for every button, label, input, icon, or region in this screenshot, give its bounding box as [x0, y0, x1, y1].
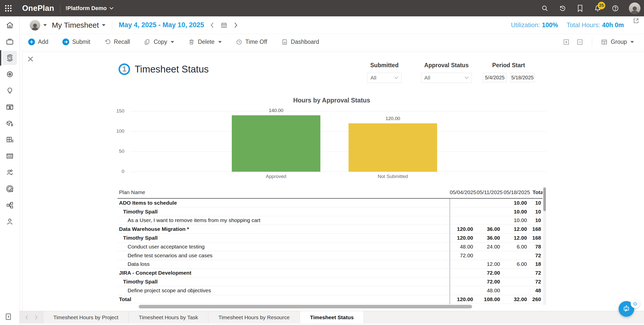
table-row[interactable]: Total120.00108.0032.00260	[118, 295, 543, 304]
tab-timesheet-status[interactable]: Timesheet Status	[300, 311, 364, 323]
person-icon	[6, 218, 14, 226]
sidebar-item-goals[interactable]	[3, 67, 17, 81]
owner-dropdown-caret[interactable]	[43, 24, 47, 26]
table-row[interactable]: Define project scope and objectives48.00…	[118, 286, 543, 295]
timesheet-stats: Utilization:100% Total Hours:40h 0m	[511, 21, 644, 29]
timesheet-toolbar: Add Submit Recall Copy Delete Time Off D…	[20, 34, 644, 50]
sidebar-item-portfolios[interactable]	[3, 34, 17, 49]
period-start-to-input[interactable]	[510, 73, 535, 82]
copy-menu-caret[interactable]	[171, 41, 174, 43]
chart-bar-not-submitted[interactable]	[349, 123, 437, 172]
sidebar-item-people[interactable]	[3, 214, 17, 229]
column-header: 05/18/2025	[504, 189, 531, 195]
bell-icon[interactable]: 25	[594, 4, 602, 12]
tab-scroll-right-icon[interactable]	[34, 315, 38, 320]
table-row[interactable]: Conduct user acceptance testing48.0024.0…	[118, 242, 543, 251]
chart-gridline	[130, 172, 546, 172]
bot-power-button[interactable]	[631, 299, 640, 308]
period-start-from-input[interactable]	[483, 73, 507, 82]
target-icon	[6, 70, 14, 78]
search-icon[interactable]	[541, 4, 549, 12]
sidebar-item-reports[interactable]	[3, 149, 17, 163]
previous-period-button[interactable]	[210, 22, 214, 28]
sidebar-item-timesheets[interactable]	[3, 51, 17, 65]
chart-y-tick: 0	[110, 169, 124, 174]
submit-button[interactable]: Submit	[62, 39, 90, 45]
next-period-button[interactable]	[234, 22, 238, 28]
hours-cell: 10.00	[504, 217, 531, 223]
calendar-icon[interactable]	[220, 21, 228, 29]
group-button[interactable]: Group	[601, 39, 634, 46]
recall-button[interactable]: Recall	[104, 39, 130, 45]
table-row[interactable]: Timothy Spall72.0072	[118, 277, 543, 286]
collapse-panel-toggle[interactable]	[4, 312, 13, 321]
tab-timesheet-hours-by-resource[interactable]: Timesheet Hours by Resource	[208, 311, 300, 323]
chart-bar-approved[interactable]	[232, 115, 320, 172]
panel-title: Timesheet Status	[135, 64, 209, 75]
lightbulb-icon	[6, 87, 14, 95]
sidebar-item-backlog[interactable]	[3, 116, 17, 130]
bookmark-icon[interactable]	[576, 4, 584, 12]
workspace-switcher[interactable]: !Platform Demo	[65, 5, 114, 12]
dashboard-button[interactable]: Dashboard	[281, 39, 319, 45]
sidebar-item-profile-board[interactable]	[3, 100, 17, 114]
column-header: 05/11/2025	[477, 189, 504, 195]
sidebar-item-modeler[interactable]	[3, 133, 17, 147]
table-row[interactable]: Data Warehouse Migration *120.0036.0012.…	[118, 225, 543, 234]
date-range-link[interactable]: May 4, 2025 - May 10, 2025	[119, 21, 204, 29]
tab-timesheet-hours-by-project[interactable]: Timesheet Hours by Project	[43, 311, 129, 323]
view-dropdown-caret[interactable]	[102, 24, 105, 26]
plan-name-cell: Define project scope and objectives	[118, 287, 450, 294]
sidebar-item-org-chart[interactable]	[3, 198, 17, 212]
time-off-button[interactable]: Time Off	[236, 39, 267, 45]
table-row[interactable]: ADO Items to schedule10.0010	[118, 199, 543, 207]
table-row[interactable]: As a User, I want to remove items from m…	[118, 216, 543, 225]
table-row[interactable]: Data loss12.006.0018	[118, 260, 543, 269]
open-in-new-window-icon[interactable]	[633, 17, 639, 24]
chart-category-label: Approved	[246, 174, 306, 179]
table-row[interactable]: Define test scenarios and use cases72.00…	[118, 251, 543, 260]
app-launcher-icon[interactable]	[0, 0, 17, 16]
timesheet-table: Plan Name05/04/202505/11/202505/18/2025T…	[118, 187, 543, 304]
total-cell: 72	[531, 279, 543, 285]
approval-status-filter-label: Approval Status	[424, 62, 469, 69]
table-row[interactable]: JIRA - Concept Development72.0072	[118, 269, 543, 277]
profile-card-icon	[6, 103, 14, 111]
chart-gridline	[130, 152, 546, 152]
timesheet-owner-avatar[interactable]	[30, 20, 40, 30]
expand-all-button[interactable]	[563, 39, 570, 46]
sidebar-item-ideas[interactable]	[3, 84, 17, 98]
approval-status-filter-dropdown[interactable]: All	[421, 73, 472, 83]
total-cell: 10	[531, 217, 543, 223]
sidebar-item-insights[interactable]	[3, 182, 17, 196]
total-cell: 78	[531, 244, 543, 250]
copy-button[interactable]: Copy	[144, 39, 174, 45]
add-button[interactable]: Add	[28, 39, 48, 45]
hours-cell: 36.00	[477, 226, 504, 232]
insights-spiral-icon	[6, 185, 14, 193]
table-header-row: Plan Name05/04/202505/11/202505/18/2025T…	[118, 187, 543, 199]
delete-button[interactable]: Delete	[188, 39, 221, 45]
help-icon[interactable]	[611, 4, 619, 12]
submitted-filter-dropdown[interactable]: All	[367, 73, 402, 83]
delete-menu-caret[interactable]	[218, 41, 222, 43]
tab-scroll-left-icon[interactable]	[25, 315, 28, 320]
hours-cell: 6.00	[504, 244, 531, 250]
close-panel-button[interactable]: ✕	[27, 55, 34, 63]
collapse-all-button[interactable]	[576, 39, 583, 46]
history-icon[interactable]	[558, 4, 566, 12]
sidebar-item-resources[interactable]	[3, 165, 17, 179]
table-vertical-scrollbar[interactable]	[543, 187, 546, 305]
chart-y-tick: 50	[110, 149, 124, 154]
plan-name-cell: Data Warehouse Migration *	[118, 226, 450, 232]
tab-timesheet-hours-by-task[interactable]: Timesheet Hours by Task	[129, 311, 208, 323]
user-avatar[interactable]	[629, 3, 640, 14]
divider	[60, 4, 60, 13]
table-horizontal-scrollbar[interactable]	[139, 305, 472, 308]
table-row[interactable]: Timothy Spall120.0036.0012.00168	[118, 234, 543, 242]
sidebar-item-home[interactable]	[3, 18, 17, 32]
hours-cell: 120.00	[450, 235, 477, 241]
view-title[interactable]: My Timesheet	[52, 21, 99, 29]
scrollbar-thumb[interactable]	[543, 188, 546, 211]
table-row[interactable]: Timothy Spall10.0010	[118, 207, 543, 216]
